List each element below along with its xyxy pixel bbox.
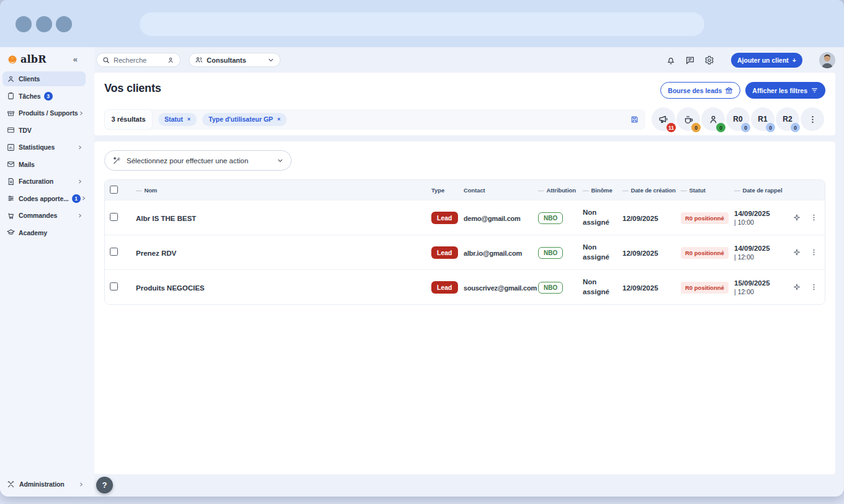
close-icon[interactable]: × — [277, 116, 281, 122]
table-row[interactable]: Produits NEGOCIES Lead souscrivez@gmail.… — [105, 269, 825, 304]
binome-value: Non assigné — [583, 243, 614, 262]
sidebar-item-clients[interactable]: Clients — [2, 71, 86, 86]
sidebar-item-label: Produits / Supports — [19, 109, 78, 117]
sparkle-action-icon[interactable] — [792, 248, 801, 257]
sidebar-item-produits-supports[interactable]: Produits / Supports — [2, 106, 86, 120]
kebab-menu-icon — [808, 115, 817, 124]
help-button[interactable]: ? — [96, 477, 113, 493]
sidebar-item-facturation[interactable]: Facturation — [2, 174, 86, 189]
save-filter-icon[interactable] — [631, 115, 639, 124]
r2-quick-button[interactable]: R2 0 — [776, 107, 799, 131]
add-client-label: Ajouter un client — [737, 56, 789, 64]
row-menu-icon[interactable] — [810, 248, 818, 256]
sidebar-item-label: Mails — [19, 161, 35, 168]
address-bar[interactable] — [140, 12, 704, 36]
afficher-les-filtres-button[interactable]: Afficher les filtres — [745, 82, 825, 99]
bourse-des-leads-label: Bourse des leads — [668, 87, 722, 94]
academy-icon — [7, 228, 15, 236]
sidebar-item-label: TDV — [19, 127, 32, 134]
row-menu-icon[interactable] — [810, 214, 818, 222]
window-maximize-button[interactable] — [56, 16, 72, 32]
row-menu-icon[interactable] — [810, 283, 818, 291]
assignment-quick-button[interactable]: 0 — [701, 107, 725, 131]
sidebar-item-academy[interactable]: Academy — [2, 225, 86, 240]
bulk-action-placeholder: Sélectionnez pour effectuer une action — [127, 157, 248, 164]
filter-chip-type-utilisateur[interactable]: Type d'utilisateur GP× — [202, 113, 287, 126]
sparkle-action-icon[interactable] — [792, 214, 801, 222]
date-creation: 12/09/2025 — [622, 215, 658, 222]
window-minimize-button[interactable] — [36, 16, 52, 32]
gear-icon[interactable] — [704, 55, 714, 65]
sidebar-item-administration[interactable]: Administration — [2, 477, 87, 492]
topbar: Recherche Consultants Ajouter un client+ — [94, 47, 835, 73]
close-icon[interactable]: × — [187, 116, 191, 122]
select-all-checkbox[interactable] — [110, 186, 118, 194]
client-name: Prenez RDV — [136, 250, 176, 257]
user-search-icon — [167, 56, 174, 64]
sliders-icon — [7, 194, 15, 202]
rappel-date: 14/09/2025 — [734, 245, 788, 252]
sparkle-action-icon[interactable] — [792, 283, 801, 292]
invoice-icon — [7, 178, 15, 186]
bell-icon[interactable] — [666, 55, 676, 65]
campaigns-quick-button[interactable]: 11 — [652, 107, 675, 131]
row-checkbox[interactable] — [110, 248, 118, 256]
chat-icon[interactable] — [685, 55, 695, 65]
chevron-right-icon — [78, 482, 84, 487]
column-header-contact[interactable]: Contact — [459, 180, 533, 200]
tools-icon — [7, 480, 15, 488]
consultants-select[interactable]: Consultants — [189, 53, 281, 67]
rappel-time: | 12:00 — [734, 253, 788, 261]
sidebar-item-statistiques[interactable]: Statistiques — [2, 140, 86, 155]
magic-wand-icon — [112, 156, 121, 165]
quick-badge: 0 — [691, 123, 701, 132]
chevron-right-icon — [77, 179, 83, 184]
search-input[interactable]: Recherche — [96, 53, 181, 67]
table-header-row: —Nom Type Contact —Attribution —Binôme —… — [105, 180, 825, 200]
column-header-date-rappel[interactable]: —Date de rappel — [729, 180, 788, 200]
table-row[interactable]: Albr IS THE BEST Lead demo@gmail.com NBO… — [105, 200, 825, 235]
chevron-right-icon — [78, 110, 84, 116]
bulk-action-select[interactable]: Sélectionnez pour effectuer une action — [104, 150, 292, 171]
chevron-right-icon — [77, 145, 83, 150]
column-header-statut[interactable]: —Statut — [676, 180, 729, 200]
sidebar-item-label: Administration — [19, 480, 65, 488]
row-checkbox[interactable] — [110, 282, 118, 290]
sidebar-item-commandes[interactable]: Commandes — [2, 208, 86, 223]
search-icon — [102, 56, 110, 64]
avatar[interactable] — [819, 52, 835, 68]
add-client-button[interactable]: Ajouter un client+ — [731, 53, 802, 68]
statut-badge: R0 positionné — [681, 282, 729, 294]
sidebar-item-label: Clients — [19, 75, 40, 83]
more-options-button[interactable] — [801, 107, 824, 131]
table-row[interactable]: Prenez RDV Lead albr.io@gmail.com NBO No… — [105, 235, 825, 269]
type-badge: Lead — [431, 212, 458, 224]
filter-chip-statut[interactable]: Statut× — [158, 113, 197, 126]
r1-quick-button[interactable]: R1 0 — [751, 107, 774, 131]
column-header-nom[interactable]: —Nom — [131, 180, 426, 200]
card-icon — [7, 126, 15, 134]
sidebar-item-tdv[interactable]: TDV — [2, 123, 86, 138]
quick-filter-buttons: 11 0 0 R0 0 — [652, 107, 824, 131]
codes-count-badge: 1 — [72, 194, 81, 203]
sidebar-item-label: Codes apporte... — [19, 195, 69, 202]
binome-value: Non assigné — [583, 277, 614, 297]
page-title: Vos clients — [104, 82, 161, 95]
sidebar-item-mails[interactable]: Mails — [2, 157, 86, 172]
window-close-button[interactable] — [16, 16, 32, 32]
r0-quick-button[interactable]: R0 0 — [726, 107, 750, 131]
collapse-sidebar-icon[interactable]: « — [73, 55, 78, 64]
sidebar-item-taches[interactable]: Tâches 3 — [2, 89, 86, 104]
row-checkbox[interactable] — [110, 213, 118, 221]
rappel-time: | 10:00 — [734, 218, 788, 226]
coffee-quick-button[interactable]: 0 — [676, 107, 700, 131]
cart-icon — [7, 212, 15, 220]
chart-icon — [7, 143, 15, 151]
bourse-des-leads-button[interactable]: Bourse des leads — [660, 82, 740, 99]
column-header-date-creation[interactable]: —Date de création — [617, 180, 676, 200]
column-header-type[interactable]: Type — [426, 180, 459, 200]
column-header-attribution[interactable]: —Attribution — [533, 180, 578, 200]
column-header-binome[interactable]: —Binôme — [578, 180, 617, 200]
active-filters-bar: 3 résultats Statut× Type d'utilisateur G… — [104, 109, 645, 130]
sidebar-item-codes-apporteur[interactable]: Codes apporte... 1 — [2, 191, 86, 206]
